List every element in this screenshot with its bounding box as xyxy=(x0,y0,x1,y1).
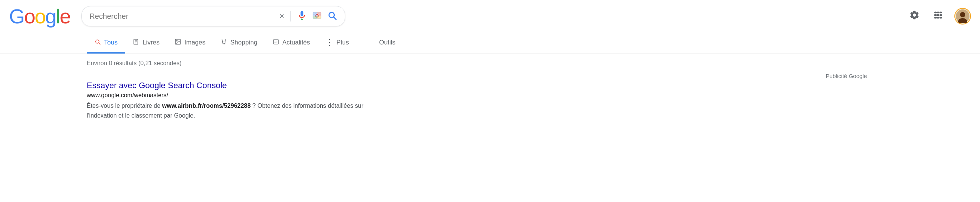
results-area: Environ 0 résultats (0,21 secondes) Publ… xyxy=(0,54,980,120)
svg-point-20 xyxy=(223,43,224,44)
settings-icon[interactable] xyxy=(906,7,923,26)
plus-icon: ⋮ xyxy=(325,38,334,48)
avatar[interactable] xyxy=(955,8,971,24)
nav-label-shopping: Shopping xyxy=(230,39,258,46)
livres-icon xyxy=(133,38,140,47)
search-input[interactable]: site:https://www.airbnb.fr/rooms/5296228… xyxy=(89,12,275,21)
nav-bar: Tous Livres Images Shopping Actualités ⋮… xyxy=(0,32,980,54)
logo-letter-g1: G xyxy=(9,5,24,27)
results-stats: Environ 0 résultats (0,21 secondes) xyxy=(87,60,980,67)
apps-icon[interactable] xyxy=(930,7,947,26)
svg-point-10 xyxy=(960,12,965,17)
search-bar: site:https://www.airbnb.fr/rooms/5296228… xyxy=(81,6,345,26)
logo-letter-g2: g xyxy=(45,5,56,27)
svg-rect-3 xyxy=(317,13,321,17)
google-logo[interactable]: Google xyxy=(9,5,70,28)
ad-label: Publicité Google xyxy=(87,73,980,79)
nav-label-tous: Tous xyxy=(104,39,118,46)
svg-line-8 xyxy=(334,17,336,19)
nav-item-images[interactable]: Images xyxy=(167,33,213,54)
actualites-icon xyxy=(272,38,279,47)
nav-item-plus[interactable]: ⋮ Plus xyxy=(318,32,356,54)
header: Google site:https://www.airbnb.fr/rooms/… xyxy=(0,0,980,32)
search-divider xyxy=(290,11,291,21)
clear-icon[interactable]: × xyxy=(279,11,284,21)
shopping-icon xyxy=(221,38,227,47)
mic-icon[interactable] xyxy=(297,10,307,22)
result-desc-before: Êtes-vous le propriétaire de xyxy=(87,102,162,109)
nav-label-images: Images xyxy=(184,39,205,46)
svg-point-19 xyxy=(177,40,178,41)
nav-label-actualites: Actualités xyxy=(282,39,310,46)
svg-rect-22 xyxy=(273,40,278,44)
result-description: Êtes-vous le propriétaire de www.airbnb.… xyxy=(87,101,373,120)
logo-letter-o2: o xyxy=(35,5,45,27)
nav-item-shopping[interactable]: Shopping xyxy=(213,33,265,54)
result-title-link[interactable]: Essayer avec Google Search Console xyxy=(87,81,227,91)
svg-rect-2 xyxy=(313,13,317,17)
logo-letter-o1: o xyxy=(24,5,35,27)
svg-line-13 xyxy=(99,43,100,44)
nav-label-livres: Livres xyxy=(143,39,159,46)
result-desc-bold: www.airbnb.fr/rooms/52962288 xyxy=(162,102,251,109)
logo-letter-l: l xyxy=(56,5,60,27)
nav-label-plus: Plus xyxy=(337,39,349,46)
nav-item-outils[interactable]: Outils xyxy=(372,33,403,53)
nav-item-tous[interactable]: Tous xyxy=(87,33,125,54)
nav-item-actualites[interactable]: Actualités xyxy=(265,33,318,54)
lens-icon[interactable] xyxy=(312,10,322,22)
search-submit-icon[interactable] xyxy=(327,10,337,22)
tous-icon xyxy=(94,38,101,47)
nav-item-livres[interactable]: Livres xyxy=(125,33,167,54)
nav-label-outils: Outils xyxy=(379,39,395,46)
result-item: Essayer avec Google Search Console www.g… xyxy=(87,81,388,120)
svg-point-21 xyxy=(224,43,225,44)
logo-letter-e: e xyxy=(60,5,70,27)
result-url: www.google.com/webmasters/ xyxy=(87,92,388,99)
header-right xyxy=(906,7,971,26)
images-icon xyxy=(175,38,181,47)
